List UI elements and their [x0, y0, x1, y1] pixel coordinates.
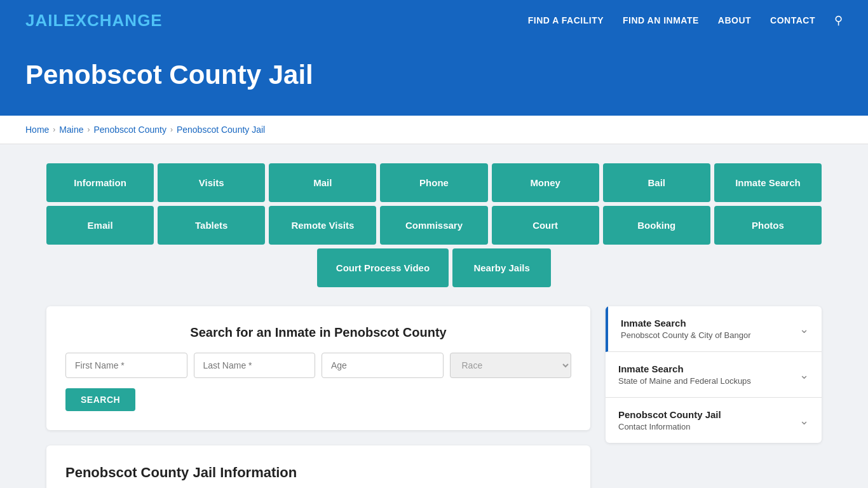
content-left: Search for an Inmate in Penobscot County… [46, 306, 590, 488]
tile-row-1: Information Visits Mail Phone Money Bail… [46, 163, 822, 202]
sidebar-item-3[interactable]: Penobscot County Jail Contact Informatio… [606, 398, 822, 443]
sidebar-item-1-subtitle: Penobscot County & City of Bangor [621, 330, 751, 340]
logo-exchange: EXCHANGE [64, 11, 162, 30]
sidebar-item-2-text: Inmate Search State of Maine and Federal… [618, 363, 751, 386]
sidebar-item-1-title: Inmate Search [621, 318, 751, 329]
tile-inmate-search[interactable]: Inmate Search [714, 163, 822, 202]
search-button[interactable]: SEARCH [65, 388, 135, 411]
nav-find-facility[interactable]: FIND A FACILITY [528, 15, 604, 25]
sidebar-item-2-subtitle: State of Maine and Federal Lockups [618, 376, 751, 386]
search-title: Search for an Inmate in Penobscot County [65, 325, 571, 340]
tile-bail[interactable]: Bail [603, 163, 710, 202]
chevron-down-icon-3: ⌄ [799, 414, 809, 428]
sidebar-item-3-title: Penobscot County Jail [618, 409, 721, 420]
page-title: Penobscot County Jail [25, 60, 843, 90]
sidebar-item-2[interactable]: Inmate Search State of Maine and Federal… [606, 352, 822, 398]
nav-contact[interactable]: CONTACT [770, 15, 815, 25]
tile-mail[interactable]: Mail [269, 163, 376, 202]
search-inputs: Race White Black Hispanic Asian Other [65, 353, 571, 378]
tile-email[interactable]: Email [46, 206, 154, 245]
tile-row-3: Court Process Video Nearby Jails [46, 248, 822, 287]
logo-jail: JAIL [25, 11, 64, 30]
hero-section: Penobscot County Jail [0, 41, 868, 116]
tile-information[interactable]: Information [46, 163, 154, 202]
sidebar-card: Inmate Search Penobscot County & City of… [606, 306, 822, 443]
nav-about[interactable]: ABOUT [718, 15, 751, 25]
chevron-down-icon-2: ⌄ [799, 368, 809, 382]
tile-money[interactable]: Money [492, 163, 599, 202]
chevron-down-icon-1: ⌄ [799, 322, 809, 336]
main-nav: FIND A FACILITY FIND AN INMATE ABOUT CON… [528, 13, 843, 27]
breadcrumb-sep-2: › [88, 125, 90, 134]
tile-phone[interactable]: Phone [380, 163, 487, 202]
inmate-search-box: Search for an Inmate in Penobscot County… [46, 306, 590, 430]
breadcrumb-maine[interactable]: Maine [59, 125, 83, 135]
tile-nearby-jails[interactable]: Nearby Jails [452, 248, 551, 287]
info-title: Penobscot County Jail Information [65, 464, 571, 481]
sidebar: Inmate Search Penobscot County & City of… [606, 306, 822, 488]
breadcrumb-sep-1: › [53, 125, 55, 134]
sidebar-item-2-title: Inmate Search [618, 363, 751, 374]
last-name-input[interactable] [194, 353, 316, 378]
tile-court-process-video[interactable]: Court Process Video [317, 248, 449, 287]
sidebar-item-1-text: Inmate Search Penobscot County & City of… [621, 318, 751, 340]
nav-find-inmate[interactable]: FIND AN INMATE [623, 15, 699, 25]
breadcrumb-county[interactable]: Penobscot County [94, 125, 166, 135]
tile-row-2: Email Tablets Remote Visits Commissary C… [46, 206, 822, 245]
age-input[interactable] [322, 353, 444, 378]
tile-tablets[interactable]: Tablets [158, 206, 265, 245]
main-content: Information Visits Mail Phone Money Bail… [21, 144, 847, 488]
info-section: Penobscot County Jail Information [46, 445, 590, 488]
breadcrumb-sep-3: › [170, 125, 173, 134]
race-select[interactable]: Race White Black Hispanic Asian Other [450, 353, 572, 378]
tile-visits[interactable]: Visits [158, 163, 265, 202]
breadcrumb: Home › Maine › Penobscot County › Penobs… [25, 125, 843, 135]
tile-remote-visits[interactable]: Remote Visits [269, 206, 376, 245]
site-logo[interactable]: JAILEXCHANGE [25, 11, 163, 30]
tile-court[interactable]: Court [492, 206, 599, 245]
tile-booking[interactable]: Booking [603, 206, 710, 245]
sidebar-item-3-subtitle: Contact Information [618, 422, 721, 431]
breadcrumb-jail[interactable]: Penobscot County Jail [177, 125, 265, 135]
breadcrumb-home[interactable]: Home [25, 125, 49, 135]
tile-commissary[interactable]: Commissary [380, 206, 487, 245]
sidebar-item-3-text: Penobscot County Jail Contact Informatio… [618, 409, 721, 431]
first-name-input[interactable] [65, 353, 187, 378]
content-area: Search for an Inmate in Penobscot County… [46, 306, 822, 488]
sidebar-item-1[interactable]: Inmate Search Penobscot County & City of… [606, 306, 822, 352]
tile-photos[interactable]: Photos [714, 206, 822, 245]
search-icon[interactable]: ⚲ [834, 13, 843, 27]
site-header: JAILEXCHANGE FIND A FACILITY FIND AN INM… [0, 0, 868, 41]
breadcrumb-bar: Home › Maine › Penobscot County › Penobs… [0, 116, 868, 144]
